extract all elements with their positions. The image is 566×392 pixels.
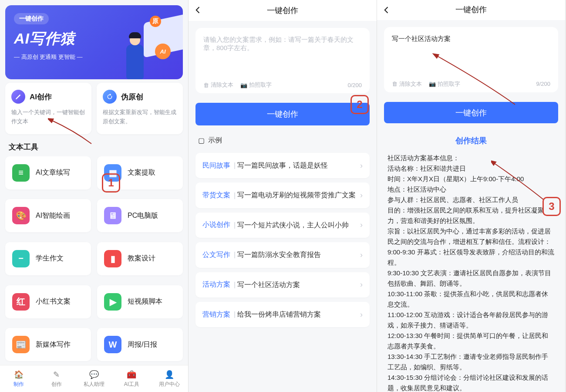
separator: | — [234, 221, 236, 229]
clear-text-button[interactable]: 🗑 清除文本 — [203, 81, 233, 89]
separator: | — [234, 311, 236, 318]
annotation-callout-2: 2 — [350, 95, 369, 114]
char-counter: 0/200 — [347, 82, 362, 88]
tool-label: AI智能绘画 — [36, 211, 70, 220]
examples-list: 民间故事|写一篇民间故事，话题是妖怪›带货文案|写一篇电动牙刷的短视频带货推广文… — [189, 149, 377, 327]
separator: | — [234, 162, 236, 169]
chevron-right-icon: › — [360, 161, 363, 170]
example-text: 写一个社区活动方案 — [237, 280, 357, 290]
tab-icon: 👤 — [164, 369, 175, 380]
clear-label: 清除文本 — [211, 81, 233, 89]
tab-创作[interactable]: ✎创作 — [37, 369, 75, 388]
navbar-title: 一键创作 — [455, 4, 487, 15]
hero-banner[interactable]: 原 AI 一键创作 AI写作猿 — 高原创 更通顺 更智能 — — [5, 5, 183, 79]
hero-illustration — [109, 18, 161, 79]
tab-label: 创作 — [37, 381, 75, 388]
tab-AI工具[interactable]: 🧰AI工具 — [113, 369, 150, 388]
example-text: 写一篇民间故事，话题是妖怪 — [237, 161, 357, 170]
generate-button[interactable]: 一键创作 — [384, 102, 558, 124]
tool-item[interactable]: ≡AI文章续写 — [5, 156, 91, 189]
tool-item[interactable]: 红小红书文案 — [5, 285, 91, 318]
separator: | — [234, 281, 236, 289]
chevron-right-icon: › — [360, 220, 363, 230]
navbar: 一键创作 — [189, 0, 377, 21]
panel-actions-row: 🗑 清除文本 📷 拍照取字 9/200 — [392, 80, 550, 88]
back-icon[interactable] — [382, 4, 391, 18]
bookmark-icon: ▢ — [198, 136, 205, 145]
chevron-right-icon: › — [360, 250, 363, 260]
tool-grid: ≡AI文章续写▦文案提取🎨AI智能绘画🖥PC电脑版−学生作文▮教案设计红小红书文… — [0, 156, 188, 365]
tool-label: 新媒体写作 — [36, 340, 71, 349]
tab-用户中心[interactable]: 👤用户中心 — [151, 369, 188, 388]
tool-label: 学生作文 — [36, 254, 64, 263]
navbar-title: 一键创作 — [267, 5, 298, 16]
tab-私人助理[interactable]: 💬私人助理 — [75, 369, 113, 388]
examples-header: ▢ 示例 — [189, 125, 377, 149]
camera-icon: 📷 — [429, 81, 436, 87]
prompt-textarea[interactable]: 请输入您的文案需求，例如：请写一篇关于春天的文章，800字左右。 — [203, 36, 362, 78]
examples-title: 示例 — [208, 136, 222, 145]
refresh-icon — [103, 90, 117, 104]
tab-icon: ✎ — [51, 369, 62, 380]
separator: | — [234, 251, 236, 259]
tab-label: 制作 — [0, 381, 37, 388]
example-text: 给我一份烤串店铺营销方案 — [237, 310, 357, 319]
generate-button[interactable]: 一键创作 — [195, 103, 370, 125]
card-title: AI创作 — [30, 92, 52, 102]
photo-label: 拍照取字 — [438, 80, 460, 88]
tab-icon: 🧰 — [126, 369, 137, 380]
input-panel: 写一个社区活动方案 🗑 清除文本 📷 拍照取字 9/200 — [384, 27, 558, 92]
card-desc: 输入一个关键词，一键智能创作文本 — [11, 108, 85, 126]
tool-icon: 📰 — [12, 336, 30, 353]
example-item[interactable]: 公文写作|写一篇防溺水安全教育报告› — [195, 242, 370, 267]
example-item[interactable]: 小说创作|写一个短片武侠小说，主人公叫小帅› — [195, 213, 370, 238]
photo-label: 拍照取字 — [249, 81, 272, 89]
tool-label: 短视频脚本 — [128, 297, 162, 306]
example-tag: 公文写作 — [202, 250, 230, 260]
tab-bar: 🏠制作✎创作💬私人助理🧰AI工具👤用户中心 — [0, 365, 188, 392]
trash-icon: 🗑 — [392, 81, 398, 87]
tool-label: 教案设计 — [128, 254, 155, 263]
prompt-textarea[interactable]: 写一个社区活动方案 — [392, 35, 550, 77]
panel-actions-row: 🗑 清除文本 📷 拍照取字 0/200 — [203, 81, 362, 89]
tool-item[interactable]: W周报/日报 — [97, 328, 183, 361]
card-ai-create[interactable]: AI创作 输入一个关键词，一键智能创作文本 — [5, 83, 91, 134]
tab-label: 私人助理 — [75, 381, 113, 388]
example-item[interactable]: 营销方案|给我一份烤串店铺营销方案› — [195, 302, 370, 327]
tool-label: 小红书文案 — [36, 297, 71, 306]
back-icon[interactable] — [194, 4, 202, 18]
example-tag: 民间故事 — [202, 161, 230, 170]
tool-item[interactable]: −学生作文 — [5, 242, 91, 275]
tool-item[interactable]: ▶短视频脚本 — [97, 285, 183, 318]
example-text: 写一篇防溺水安全教育报告 — [237, 250, 357, 260]
example-item[interactable]: 活动方案|写一个社区活动方案› — [195, 272, 370, 297]
example-text: 写一个短片武侠小说，主人公叫小帅 — [237, 220, 357, 230]
camera-icon: 📷 — [240, 82, 247, 88]
tab-icon: 💬 — [89, 369, 99, 380]
tool-item[interactable]: 🎨AI智能绘画 — [5, 199, 91, 232]
navbar: 一键创作 — [377, 0, 565, 20]
tool-item[interactable]: 🖥PC电脑版 — [97, 199, 183, 232]
example-item[interactable]: 民间故事|写一篇民间故事，话题是妖怪› — [195, 153, 370, 178]
tab-制作[interactable]: 🏠制作 — [0, 369, 37, 388]
clear-label: 清除文本 — [399, 80, 422, 88]
hero-subtitle: — 高原创 更通顺 更智能 — — [14, 53, 174, 61]
result-title: 创作结果 — [377, 135, 565, 146]
char-counter: 9/200 — [536, 81, 550, 87]
tool-item[interactable]: 📰新媒体写作 — [5, 328, 91, 361]
trash-icon: 🗑 — [203, 82, 209, 88]
tool-icon: W — [104, 336, 121, 353]
screen-compose-result: 一键创作 写一个社区活动方案 🗑 清除文本 📷 拍照取字 9/200 一键创作 … — [377, 0, 566, 392]
separator: | — [234, 192, 236, 199]
example-item[interactable]: 带货文案|写一篇电动牙刷的短视频带货推广文案› — [195, 182, 370, 208]
card-title: 伪原创 — [121, 92, 143, 102]
photo-ocr-button[interactable]: 📷 拍照取字 — [240, 81, 272, 89]
clear-text-button[interactable]: 🗑 清除文本 — [392, 80, 422, 88]
pen-icon — [11, 90, 25, 104]
example-tag: 营销方案 — [202, 310, 230, 319]
tool-label: 文案提取 — [128, 168, 155, 177]
tool-item[interactable]: ▮教案设计 — [97, 242, 183, 275]
tool-icon: ≡ — [12, 164, 30, 182]
card-pseudo-original[interactable]: 伪原创 根据文案重新改写，智能生成原创文案。 — [97, 83, 183, 134]
photo-ocr-button[interactable]: 📷 拍照取字 — [429, 80, 460, 88]
